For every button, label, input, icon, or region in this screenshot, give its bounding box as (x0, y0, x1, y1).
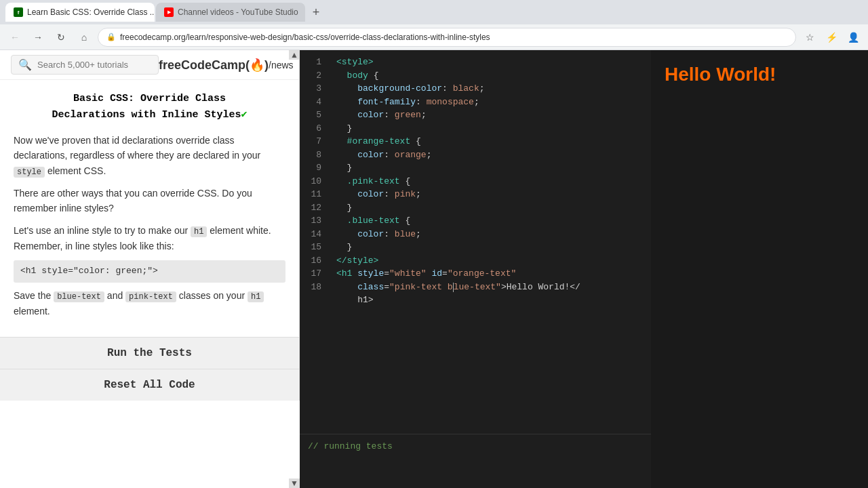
search-input[interactable] (37, 60, 151, 70)
line-num-6: 6 (304, 122, 321, 136)
lesson-para-1: Now we've proven that id declarations ov… (14, 133, 285, 179)
line-num-12: 12 (304, 201, 321, 215)
reload-button[interactable]: ↻ (52, 28, 71, 47)
line-num-18: 18 (304, 281, 321, 294)
line-numbers: 1 2 3 4 5 6 7 8 9 10 11 12 13 (300, 50, 328, 434)
editor-column: 1 2 3 4 5 6 7 8 9 10 11 12 13 (300, 50, 651, 488)
address-bar[interactable]: 🔒 freecodecamp.org/learn/responsive-web-… (98, 28, 796, 47)
line-num-2: 2 (304, 69, 321, 83)
extension-button[interactable]: ⚡ (822, 28, 841, 47)
tab-fcc-label: Learn Basic CSS: Override Class ... (27, 7, 155, 17)
profile-button[interactable]: 👤 (844, 28, 863, 47)
nav-news[interactable]: /news (269, 60, 294, 70)
blue-text-tag: blue-text (54, 291, 104, 302)
run-tests-button[interactable]: Run the Tests (0, 338, 299, 369)
preview-panel: Hello World! (651, 50, 868, 488)
scroll-up-arrow[interactable]: ▲ (289, 50, 300, 60)
h1-tag: h1 (191, 226, 207, 237)
star-button[interactable]: ☆ (800, 28, 819, 47)
test-output: // running tests (300, 434, 651, 488)
nav-actions: ☆ ⚡ 👤 (800, 28, 863, 47)
checkmark-icon: ✔ (241, 109, 248, 121)
left-panel: 🔍 freeCodeCamp(🔥) /news /forum /learn Ba… (0, 50, 300, 401)
lesson-para-2: There are other ways that you can overri… (14, 186, 285, 216)
line-num-4: 4 (304, 96, 321, 109)
lesson-para-3: Let's use an inline style to try to make… (14, 223, 285, 254)
line-num-14: 14 (304, 228, 321, 241)
nav-bar: ← → ↻ ⌂ 🔒 freecodecamp.org/learn/respons… (0, 24, 868, 50)
back-button[interactable]: ← (5, 28, 24, 47)
reset-button[interactable]: Reset All Code (0, 369, 299, 401)
code-content[interactable]: <style> body { background-color: black; … (328, 50, 651, 434)
lock-icon: 🔒 (106, 33, 116, 41)
editor-area: 1 2 3 4 5 6 7 8 9 10 11 12 13 (300, 50, 651, 434)
line-num-10: 10 (304, 175, 321, 188)
line-num-13: 13 (304, 214, 321, 228)
address-url: freecodecamp.org/learn/responsive-web-de… (120, 33, 787, 42)
scroll-down-arrow[interactable]: ▼ (289, 479, 300, 488)
editor-preview: 1 2 3 4 5 6 7 8 9 10 11 12 13 (300, 50, 868, 488)
line-num-1: 1 (304, 56, 321, 69)
line-num-11: 11 (304, 188, 321, 201)
search-bar[interactable]: 🔍 (11, 55, 159, 75)
line-num-5: 5 (304, 108, 321, 122)
tab-bar: f Learn Basic CSS: Override Class ... ✕ … (0, 0, 868, 24)
yt-favicon: ▶ (164, 7, 174, 17)
style-tag: style (14, 167, 45, 178)
tab-fcc[interactable]: f Learn Basic CSS: Override Class ... ✕ (5, 3, 155, 22)
home-button[interactable]: ⌂ (75, 28, 94, 47)
forward-button[interactable]: → (28, 28, 47, 47)
code-editor[interactable]: 1 2 3 4 5 6 7 8 9 10 11 12 13 (300, 50, 651, 488)
lesson-content: Basic CSS: Override ClassDeclarations wi… (0, 80, 299, 337)
line-num-15: 15 (304, 241, 321, 254)
lesson-buttons: Run the Tests Reset All Code (0, 337, 299, 401)
lesson-para-4: Save the blue-text and pink-text classes… (14, 288, 285, 319)
main-layout: 🔍 freeCodeCamp(🔥) /news /forum /learn Ba… (0, 50, 868, 488)
line-num-7: 7 (304, 135, 321, 148)
line-num-8: 8 (304, 148, 321, 162)
search-icon: 🔍 (18, 58, 32, 71)
code-example: <h1 style="color: green;"> (14, 260, 285, 283)
pink-text-tag: pink-text (125, 291, 176, 302)
line-num-3: 3 (304, 82, 321, 96)
browser-chrome: f Learn Basic CSS: Override Class ... ✕ … (0, 0, 868, 50)
line-num-16: 16 (304, 254, 321, 268)
preview-hello-world: Hello World! (665, 64, 776, 85)
line-num-17: 17 (304, 267, 321, 281)
new-tab-button[interactable]: + (307, 3, 326, 22)
fcc-brand: freeCodeCamp(🔥) (159, 58, 269, 73)
lesson-title: Basic CSS: Override ClassDeclarations wi… (14, 91, 285, 123)
fcc-topbar: 🔍 freeCodeCamp(🔥) /news /forum /learn (0, 50, 299, 80)
h1-tag-2: h1 (248, 291, 264, 302)
line-num-9: 9 (304, 161, 321, 175)
fcc-favicon: f (14, 7, 23, 17)
tab-yt-label: Channel videos - YouTube Studio (178, 7, 298, 17)
right-section: 1 2 3 4 5 6 7 8 9 10 11 12 13 (300, 50, 868, 488)
left-panel-wrapper: 🔍 freeCodeCamp(🔥) /news /forum /learn Ba… (0, 50, 300, 488)
tab-yt[interactable]: ▶ Channel videos - YouTube Studio ✕ (156, 3, 305, 22)
